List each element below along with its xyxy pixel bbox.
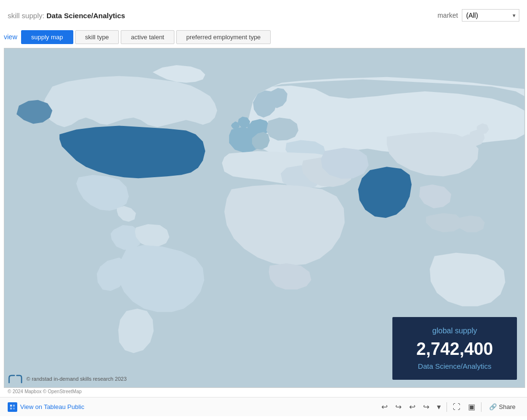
forward-dropdown[interactable]: ▾: [435, 400, 443, 413]
skill-supply-value: Data Science/Analytics: [46, 11, 125, 20]
fullscreen-button[interactable]: ⛶: [451, 401, 462, 413]
bottom-right-controls: ↩ ↪ ↩ ↪ ▾ ⛶ ▣ 🔗 Share: [379, 400, 519, 413]
tab-preferred-employment-type[interactable]: preferred employment type: [176, 30, 271, 44]
controls-divider-2: [481, 402, 481, 412]
map-container: © randstad in-demand skills research 202…: [4, 48, 525, 388]
info-box: global supply 2,742,400 Data Science/Ana…: [392, 317, 517, 380]
share-icon: 🔗: [489, 403, 497, 410]
back-button[interactable]: ↩: [407, 400, 417, 413]
tab-active-talent[interactable]: active talent: [121, 30, 174, 44]
market-control: market (All): [437, 9, 519, 22]
tableau-icon: [8, 402, 17, 412]
info-box-title: global supply: [407, 327, 503, 335]
share-button[interactable]: 🔗 Share: [485, 401, 519, 412]
bottom-bar: View on Tableau Public ↩ ↪ ↩ ↪ ▾ ⛶ ▣ 🔗 S…: [0, 397, 527, 416]
tab-bar: view supply map skill type active talent…: [0, 29, 527, 48]
undo-button[interactable]: ↩: [379, 400, 390, 413]
market-select[interactable]: (All): [462, 9, 519, 22]
info-box-subtitle: Data Science/Analytics: [407, 362, 503, 370]
info-box-number: 2,742,400: [407, 339, 503, 359]
market-label: market: [437, 11, 458, 19]
redo-button[interactable]: ↪: [393, 400, 403, 413]
share-label: Share: [499, 403, 516, 410]
mapbox-credit-bar: © 2024 Mapbox © OpenStreetMap: [0, 388, 527, 395]
controls-divider: [447, 402, 447, 412]
forward-button[interactable]: ↪: [421, 400, 431, 413]
view-label: view: [4, 33, 17, 41]
skill-supply-title: skill supply: Data Science/Analytics: [8, 11, 125, 20]
svg-rect-4: [13, 408, 15, 409]
header: skill supply: Data Science/Analytics mar…: [0, 0, 527, 29]
map-copyright: © randstad in-demand skills research 202…: [26, 376, 126, 382]
tab-skill-type[interactable]: skill type: [75, 30, 119, 44]
randstad-logo: [8, 374, 23, 384]
svg-rect-1: [10, 405, 12, 407]
market-select-wrapper[interactable]: (All): [462, 9, 519, 22]
svg-rect-3: [10, 408, 12, 409]
tableau-public-link[interactable]: View on Tableau Public: [8, 402, 84, 412]
device-button[interactable]: ▣: [466, 400, 477, 413]
tab-supply-map[interactable]: supply map: [21, 30, 73, 44]
map-footer-left: © randstad in-demand skills research 202…: [8, 374, 126, 384]
mapbox-credit-text: © 2024 Mapbox © OpenStreetMap: [8, 389, 81, 394]
tableau-link-text: View on Tableau Public: [20, 403, 84, 410]
svg-rect-2: [13, 405, 15, 407]
skill-supply-label: skill supply:: [8, 11, 45, 20]
